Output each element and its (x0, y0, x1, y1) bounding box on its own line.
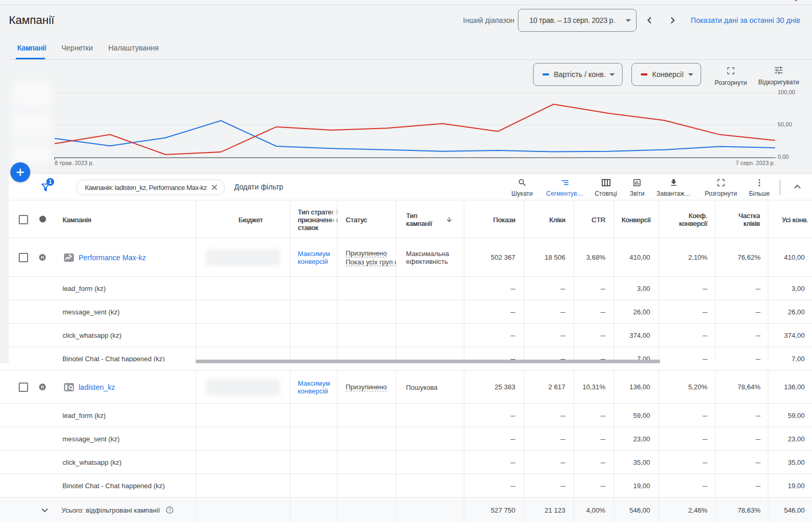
bid-strategy-link[interactable]: Максимумконверсій (298, 379, 330, 395)
conversion-action-row: lead_form (kz)———59,00——59,00 (0, 404, 812, 427)
campaign-status[interactable]: Призупинено (346, 383, 387, 392)
conversion-action-row: click_whatsapp (kz)———374,00——374,00 (0, 324, 812, 347)
select-all-checkbox[interactable] (19, 215, 28, 224)
metric-impr: — (464, 404, 524, 427)
tab-settings[interactable]: Налаштування (108, 44, 159, 52)
metric-ctr: — (574, 300, 614, 323)
column-header-status[interactable]: Статус (346, 216, 367, 224)
total-clickshare: 78,63% (716, 498, 768, 522)
metric-allconv: 410,00 (768, 238, 812, 276)
chevron-right-icon (668, 16, 677, 24)
column-header-budget[interactable]: Бюджет (238, 216, 263, 224)
conversion-action-name: click_whatsapp (kz) (62, 459, 121, 466)
sort-descending-icon (446, 216, 453, 223)
redacted-budget (206, 379, 280, 396)
chart-series-0 (55, 121, 775, 152)
campaign-type-icon (64, 383, 74, 391)
bid-strategy-link[interactable]: Максимумконверсій (298, 250, 330, 265)
metric-impr: 502 367 (464, 238, 524, 276)
metric-ctr: — (574, 277, 614, 300)
toolbar-search-button[interactable]: Шукати (511, 178, 532, 197)
date-range-picker[interactable]: 10 трав. – 13 серп. 2023 р. (518, 9, 637, 32)
column-header-clickshare[interactable]: Часткакліків (738, 212, 760, 227)
metric-allconv: 23,00 (768, 427, 812, 450)
toolbar-label: Завантаж… (656, 190, 691, 197)
plus-icon (16, 168, 25, 177)
campaign-type-icon (64, 253, 74, 262)
column-header-clicks[interactable]: Кліки (549, 216, 565, 224)
metric-allconv: 35,00 (768, 451, 812, 474)
toolbar-download-button[interactable]: Завантаж… (656, 178, 691, 197)
metric-convrate: — (659, 404, 716, 427)
column-header-type[interactable]: Типкампанії (406, 212, 432, 227)
toolbar-reports-button[interactable]: Звіти (630, 178, 645, 197)
metric-allconv: 3,00 (768, 277, 812, 300)
filter-funnel-button[interactable]: 1 (41, 179, 56, 194)
filter-chip-label: Кампанія: ladisten_kz, Performance Max-k… (85, 184, 207, 192)
metric-impr: — (464, 427, 524, 450)
total-convrate: 2,46% (659, 498, 716, 522)
metric-ctr: — (574, 324, 614, 347)
campaign-row: ladisten_kzМаксимумконверсійПризупиненоП… (0, 371, 812, 404)
metric-clickshare: — (716, 300, 768, 323)
column-header-allconv[interactable]: Усі конв. (782, 216, 808, 224)
column-header-impr[interactable]: Покази (493, 216, 515, 224)
metric-clickshare: — (716, 451, 768, 474)
toolbar-segment-button[interactable]: Сегментув… (546, 178, 583, 197)
metric-clicks: 18 506 (524, 238, 574, 276)
table-header-row: КампаніяБюджетТип стратегіїпризначенняст… (0, 201, 812, 238)
campaign-status[interactable]: ПризупиненоПоказ усіх груп оголошень (346, 248, 396, 266)
toolbar-expand-button[interactable]: Розгорнути (705, 178, 737, 197)
paused-status-icon[interactable] (39, 384, 46, 390)
column-header-ctr[interactable]: CTR (591, 216, 605, 224)
paused-status-icon[interactable] (39, 254, 46, 261)
horizontal-scrollbar[interactable] (196, 360, 660, 363)
metric-conv: 26,00 (614, 300, 659, 323)
metric-impr: — (464, 451, 524, 474)
metric-clicks: — (524, 474, 574, 497)
expand-totals-chevron[interactable] (41, 506, 49, 514)
row-checkbox[interactable] (19, 383, 28, 392)
date-prev-button[interactable] (641, 12, 658, 29)
conversion-action-name: message_sent (kz) (62, 435, 120, 443)
column-header-conversions[interactable]: Конверсії (621, 216, 651, 224)
total-allconv: 546,00 (768, 498, 812, 522)
remove-filter-button[interactable] (211, 184, 218, 191)
metric-clicks: — (524, 451, 574, 474)
totals-label: Усього: відфільтровані кампанії (61, 506, 160, 514)
metric-clickshare: 76,62% (716, 238, 768, 276)
tab-drafts[interactable]: Чернетки (61, 44, 93, 52)
row-checkbox[interactable] (19, 253, 28, 262)
metric-clickshare: — (716, 427, 768, 450)
campaign-name-link[interactable]: Performance Max-kz (79, 253, 146, 262)
active-filter-chip[interactable]: Кампанія: ladisten_kz, Performance Max-k… (76, 180, 225, 195)
toolbar-label: Звіти (630, 190, 645, 197)
collapse-table-button[interactable] (790, 180, 805, 194)
top-strip (0, 0, 812, 5)
column-header-campaign[interactable]: Кампанія (62, 216, 91, 224)
add-campaign-fab[interactable] (10, 162, 30, 182)
toolbar-label: Більше (749, 190, 770, 197)
date-range-value: 10 трав. – 13 серп. 2023 р. (529, 16, 615, 24)
column-header-convrate[interactable]: Коеф.конверсії (679, 212, 707, 227)
show-last-30-days-link[interactable]: Показати дані за останні 30 днів (691, 16, 800, 24)
conversion-action-row: message_sent (kz)———23,00——23,00 (0, 427, 812, 451)
metric-ctr: 3,68% (574, 238, 614, 276)
toolbar-more-button[interactable]: Більше (749, 178, 770, 197)
campaign-name-link[interactable]: ladisten_kz (79, 383, 115, 391)
conversion-action-row: click_whatsapp (kz)———35,00——35,00 (0, 451, 812, 474)
metric-ctr: — (574, 404, 614, 427)
top-edge-artifact-2 (796, 0, 797, 1)
add-filter-button[interactable]: Додати фільтр (234, 183, 283, 191)
total-conv: 546,00 (614, 498, 659, 522)
help-icon[interactable]: ? (166, 506, 173, 514)
total-clicks: 21 123 (524, 498, 574, 522)
toolbar-columns-button[interactable]: Стовпці (594, 178, 617, 197)
metric-impr: — (464, 474, 524, 497)
fade-overlay (651, 201, 658, 238)
close-icon (211, 184, 218, 191)
metric-conv: 19,00 (614, 474, 659, 497)
date-next-button[interactable] (664, 12, 681, 29)
tab-campaigns[interactable]: Кампанії (17, 44, 46, 52)
metric-allconv: 19,00 (768, 474, 812, 497)
